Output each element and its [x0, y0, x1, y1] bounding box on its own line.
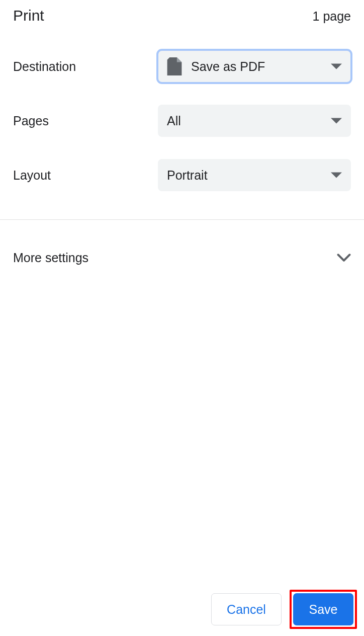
destination-value: Save as PDF	[191, 59, 331, 74]
destination-select[interactable]: Save as PDF	[158, 50, 351, 83]
more-settings-label: More settings	[13, 251, 88, 265]
dialog-header: Print 1 page	[0, 0, 364, 39]
save-button[interactable]: Save	[293, 593, 353, 625]
page-count: 1 page	[313, 9, 351, 24]
layout-label: Layout	[13, 168, 158, 183]
layout-row: Layout Portrait	[13, 148, 351, 202]
pages-label: Pages	[13, 114, 158, 128]
layout-value: Portrait	[167, 168, 331, 183]
more-settings-toggle[interactable]: More settings	[0, 220, 364, 295]
document-icon	[167, 57, 182, 75]
dropdown-arrow-icon	[331, 63, 342, 69]
dropdown-arrow-icon	[331, 172, 342, 178]
cancel-button[interactable]: Cancel	[211, 593, 282, 625]
pages-select[interactable]: All	[158, 105, 351, 137]
layout-select[interactable]: Portrait	[158, 159, 351, 191]
chevron-down-icon	[337, 254, 351, 262]
save-button-highlight: Save	[290, 590, 357, 629]
dropdown-arrow-icon	[331, 118, 342, 124]
destination-row: Destination Save as PDF	[13, 39, 351, 94]
dialog-title: Print	[13, 7, 44, 24]
destination-label: Destination	[13, 59, 158, 74]
pages-row: Pages All	[13, 94, 351, 148]
pages-value: All	[167, 114, 331, 128]
dialog-footer: Cancel Save	[0, 583, 364, 636]
